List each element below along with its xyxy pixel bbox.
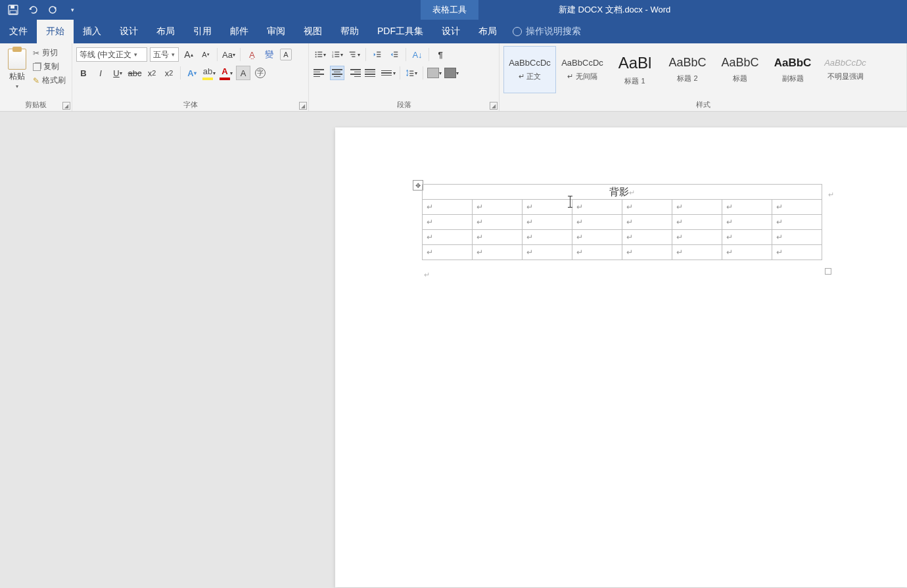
tab-view[interactable]: 视图 xyxy=(294,20,331,43)
align-left-button[interactable] xyxy=(313,66,327,80)
tab-table-design[interactable]: 设计 xyxy=(432,20,469,43)
svg-rect-18 xyxy=(352,57,355,57)
ribbon: 粘贴 ▾ ✂剪切 复制 ✎格式刷 剪贴板 ◢ 等线 (中文正文▾ 五号▾ A▴ … xyxy=(0,43,907,112)
justify-button[interactable] xyxy=(364,66,379,80)
font-name-combo[interactable]: 等线 (中文正文▾ xyxy=(76,47,147,62)
svg-rect-16 xyxy=(350,52,356,53)
font-size-combo[interactable]: 五号▾ xyxy=(150,47,179,62)
tab-design[interactable]: 设计 xyxy=(110,20,147,43)
border-icon xyxy=(444,68,456,78)
style-no-spacing[interactable]: AaBbCcDc↵ 无间隔 xyxy=(556,46,609,93)
highlight-button[interactable]: ab▾ xyxy=(202,66,216,80)
tell-me-label: 操作说明搜索 xyxy=(526,26,581,37)
tab-references[interactable]: 引用 xyxy=(184,20,221,43)
character-border-button[interactable]: 變 xyxy=(262,47,276,62)
cut-button[interactable]: ✂剪切 xyxy=(33,47,66,58)
table-resize-handle-icon[interactable] xyxy=(825,268,831,275)
character-shading-button[interactable]: A xyxy=(236,66,250,80)
align-right-button[interactable] xyxy=(347,66,361,80)
table-row[interactable]: ↵↵↵↵↵↵↵↵ xyxy=(423,215,822,230)
svg-rect-20 xyxy=(377,54,381,55)
svg-rect-15 xyxy=(335,57,339,57)
font-dialog-launcher[interactable]: ◢ xyxy=(299,102,307,110)
ribbon-tabs: 文件 开始 插入 设计 布局 引用 邮件 审阅 视图 帮助 PDF工具集 设计 … xyxy=(0,20,907,43)
style-normal[interactable]: AaBbCcDc↵ 正文 xyxy=(503,46,556,93)
style-title[interactable]: AaBbC标题 xyxy=(714,46,766,93)
bullets-button[interactable]: ▾ xyxy=(313,47,327,62)
end-paragraph-mark: ↵ xyxy=(424,271,430,279)
svg-rect-1 xyxy=(11,5,14,9)
change-case-button[interactable]: Aa▾ xyxy=(221,47,236,62)
tab-table-layout[interactable]: 布局 xyxy=(469,20,506,43)
font-group-label: 字体 xyxy=(72,100,308,110)
underline-button[interactable]: U▾ xyxy=(110,66,125,80)
table-row[interactable]: ↵↵↵↵↵↵↵↵ xyxy=(423,230,822,245)
line-spacing-button[interactable]: ▾ xyxy=(404,66,419,80)
subscript-button[interactable]: x2 xyxy=(145,66,159,80)
strikethrough-button[interactable]: abc xyxy=(128,66,142,80)
tab-help[interactable]: 帮助 xyxy=(331,20,368,43)
svg-rect-23 xyxy=(394,54,398,55)
paste-icon xyxy=(8,49,26,70)
svg-rect-5 xyxy=(317,52,322,53)
tab-file[interactable]: 文件 xyxy=(0,20,37,43)
redo-icon[interactable] xyxy=(47,5,58,15)
qat-dropdown-icon[interactable]: ▾ xyxy=(67,5,78,15)
tell-me-search[interactable]: 操作说明搜索 xyxy=(513,20,581,43)
distributed-button[interactable]: ▾ xyxy=(381,66,396,80)
tab-insert[interactable]: 插入 xyxy=(74,20,110,43)
tab-home[interactable]: 开始 xyxy=(37,20,74,43)
sort-button[interactable]: A↓ xyxy=(410,47,425,62)
svg-point-4 xyxy=(315,51,317,53)
enclose-characters-button[interactable]: 字 xyxy=(253,66,267,80)
grow-font-button[interactable]: A▴ xyxy=(181,47,196,62)
shading-icon xyxy=(427,68,439,78)
style-subtitle[interactable]: AaBbC副标题 xyxy=(766,46,819,93)
svg-rect-2 xyxy=(10,11,16,14)
svg-rect-7 xyxy=(317,54,322,55)
style-heading1[interactable]: AaBl标题 1 xyxy=(609,46,661,93)
style-subtle-emphasis[interactable]: AaBbCcDc不明显强调 xyxy=(819,46,872,93)
shading-button[interactable]: ▾ xyxy=(427,66,442,80)
document-table[interactable]: 背影↵ ↵↵↵↵↵↵↵↵ ↵↵↵↵↵↵↵↵ ↵↵↵↵↵↵↵↵ ↵↵↵↵↵↵↵↵ xyxy=(422,184,822,260)
group-paragraph: ▾ 123▾ ▾ A↓ ¶ ▾ xyxy=(309,43,500,111)
decrease-indent-button[interactable] xyxy=(370,47,384,62)
paragraph-group-label: 段落 xyxy=(309,100,499,110)
superscript-button[interactable]: x2 xyxy=(162,66,176,80)
tab-pdf-tools[interactable]: PDF工具集 xyxy=(368,20,432,43)
clipboard-dialog-launcher[interactable]: ◢ xyxy=(62,102,70,110)
align-center-button[interactable] xyxy=(330,66,344,80)
group-styles: AaBbCcDc↵ 正文 AaBbCcDc↵ 无间隔 AaBl标题 1 AaBb… xyxy=(500,43,907,111)
styles-group-label: 样式 xyxy=(500,100,906,110)
quick-access-toolbar: ▾ xyxy=(0,5,78,15)
copy-button[interactable]: 复制 xyxy=(33,61,66,72)
svg-rect-27 xyxy=(409,73,413,74)
save-icon[interactable] xyxy=(8,5,18,15)
paragraph-dialog-launcher[interactable]: ◢ xyxy=(490,102,498,110)
bold-button[interactable]: B xyxy=(76,66,91,80)
italic-button[interactable]: I xyxy=(93,66,108,80)
table-title-cell[interactable]: 背影↵ xyxy=(423,185,822,200)
format-painter-button[interactable]: ✎格式刷 xyxy=(33,75,66,86)
increase-indent-button[interactable] xyxy=(387,47,402,62)
tab-mailings[interactable]: 邮件 xyxy=(221,20,258,43)
multilevel-list-button[interactable]: ▾ xyxy=(347,47,361,62)
undo-icon[interactable] xyxy=(28,5,38,15)
phonetic-guide-button[interactable]: A̤ xyxy=(244,47,259,62)
tab-layout[interactable]: 布局 xyxy=(147,20,184,43)
borders-button[interactable]: ▾ xyxy=(444,66,459,80)
show-marks-button[interactable]: ¶ xyxy=(433,47,448,62)
text-effects-button[interactable]: A▾ xyxy=(185,66,199,80)
table-row[interactable]: ↵↵↵↵↵↵↵↵ xyxy=(423,245,822,260)
tab-review[interactable]: 审阅 xyxy=(258,20,294,43)
copy-icon xyxy=(33,63,41,71)
group-clipboard: 粘贴 ▾ ✂剪切 复制 ✎格式刷 剪贴板 ◢ xyxy=(0,43,72,111)
svg-rect-13 xyxy=(335,54,339,55)
table-row[interactable]: ↵↵↵↵↵↵↵↵ xyxy=(423,200,822,215)
shrink-font-button[interactable]: A▾ xyxy=(198,47,213,62)
clear-formatting-button[interactable]: A xyxy=(279,47,293,62)
font-color-button[interactable]: A▾ xyxy=(219,66,233,80)
page[interactable]: ✥ 背影↵ ↵↵↵↵↵↵↵↵ ↵↵↵↵↵↵↵↵ ↵↵↵↵↵↵↵↵ ↵↵↵↵↵↵↵… xyxy=(335,127,907,587)
numbering-button[interactable]: 123▾ xyxy=(330,47,344,62)
style-heading2[interactable]: AaBbC标题 2 xyxy=(661,46,714,93)
